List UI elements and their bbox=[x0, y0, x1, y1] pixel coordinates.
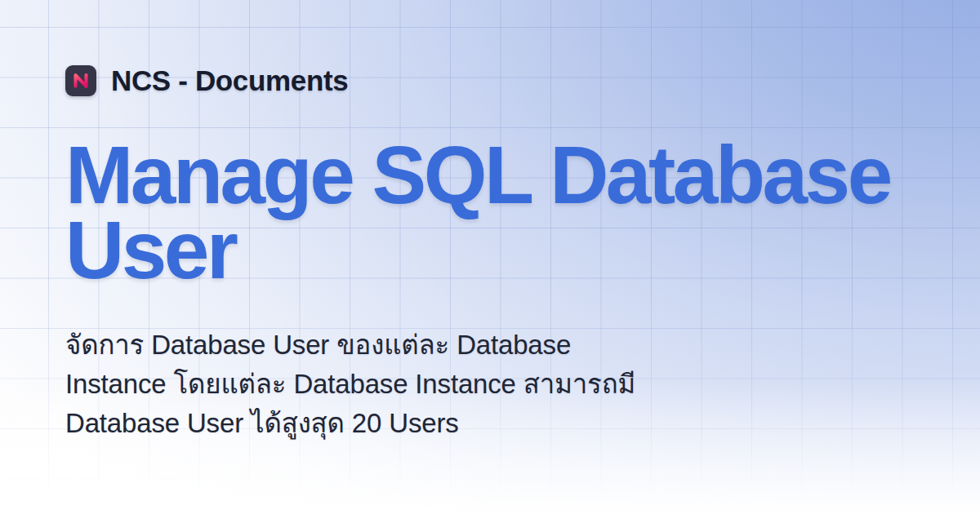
brand-bar: NCS - Documents bbox=[65, 65, 915, 96]
n-letter-icon bbox=[70, 70, 91, 91]
ncs-logo bbox=[65, 65, 96, 96]
description-line: Instance โดยแต่ละ Database Instance สามา… bbox=[65, 365, 915, 404]
description-line: จัดการ Database User ของแต่ละ Database bbox=[65, 326, 915, 365]
social-card: NCS - Documents Manage SQL Database User… bbox=[0, 0, 980, 514]
description-line: Database User ได้สูงสุด 20 Users bbox=[65, 404, 915, 443]
card-content: NCS - Documents Manage SQL Database User… bbox=[65, 65, 915, 443]
brand-name: NCS - Documents bbox=[111, 64, 348, 97]
page-title: Manage SQL Database User bbox=[65, 137, 915, 287]
description: จัดการ Database User ของแต่ละ Database I… bbox=[65, 326, 915, 443]
